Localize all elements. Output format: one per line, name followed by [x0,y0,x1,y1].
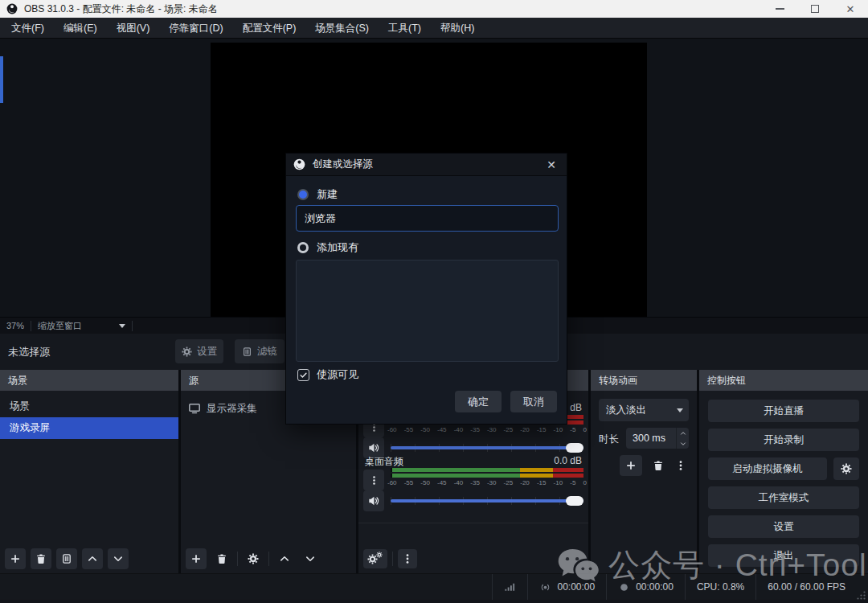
volume-slider[interactable] [391,442,583,453]
start-virtual-camera-button[interactable]: 启动虚拟摄像机 [708,457,827,480]
radio-checked-icon[interactable] [297,189,309,200]
mixer-options-button[interactable] [363,470,384,490]
maximize-button[interactable] [797,0,833,18]
source-settings-button[interactable]: 设置 [175,339,223,363]
obs-logo-icon [6,3,18,14]
menu-tools[interactable]: 工具(T) [379,18,431,39]
studio-mode-button[interactable]: 工作室模式 [708,486,859,509]
mute-button[interactable] [363,490,384,511]
record-timer: 00:00:00 [606,574,685,600]
add-scene-button[interactable] [5,548,26,569]
source-filters-button[interactable]: 滤镜 [235,339,285,363]
chevron-down-icon[interactable] [119,324,125,328]
spin-down-button[interactable] [677,438,689,449]
window-titlebar: OBS 31.0.3 - 配置文件: 未命名 - 场景: 未命名 ✕ [0,0,868,18]
menu-view[interactable]: 视图(V) [107,18,160,39]
volume-slider[interactable] [391,495,583,507]
menu-help[interactable]: 帮助(H) [431,18,484,39]
check-icon [299,371,308,379]
menu-docks[interactable]: 停靠窗口(D) [159,18,232,39]
duration-label: 时长 [599,433,619,446]
menu-file[interactable]: 文件(F) [2,18,54,39]
move-scene-down-button[interactable] [108,548,129,569]
meter-tick: -25 [504,479,514,486]
meter-tick: -55 [404,479,414,486]
add-existing-option[interactable]: 添加现有 [297,240,358,255]
advanced-audio-button[interactable] [363,549,387,568]
remove-transition-button[interactable] [649,455,668,476]
dock-edge-highlight [0,56,3,103]
plus-icon [625,460,637,471]
slider-handle[interactable] [566,496,583,506]
spin-up-button[interactable] [677,428,689,438]
meter-tick: -45 [437,479,447,486]
maximize-icon [811,5,819,13]
speaker-icon [368,442,379,453]
slider-track [391,446,583,449]
start-streaming-button[interactable]: 开始直播 [708,400,859,422]
close-button[interactable]: ✕ [833,0,868,18]
start-recording-button[interactable]: 开始录制 [708,429,859,451]
slider-handle[interactable] [566,443,583,453]
kebab-icon [675,460,686,471]
plus-icon [10,553,21,564]
cancel-button[interactable]: 取消 [510,391,557,412]
duration-value[interactable]: 300 ms [626,428,676,449]
remove-source-button[interactable] [211,548,232,569]
move-scene-up-button[interactable] [82,548,103,569]
existing-sources-list[interactable] [296,260,559,362]
source-name-input[interactable] [296,205,559,232]
menu-profile[interactable]: 配置文件(P) [233,18,306,39]
gear-small-icon [376,552,383,558]
make-source-visible-option[interactable]: 使源可见 [297,367,358,382]
chevron-up-icon [87,553,98,564]
volume-meter [391,468,583,479]
record-time: 00:00:00 [636,581,674,593]
meter-scale: -60-55-50-45-40-35-30-25-20-15-10-50 [387,479,587,486]
checkbox-checked-icon[interactable] [297,369,309,381]
source-properties-button[interactable] [243,548,264,569]
duration-spinbox[interactable]: 300 ms [626,428,689,449]
meter-tick: -35 [470,426,480,433]
menu-edit[interactable]: 编辑(E) [54,18,107,39]
controls-dock-header: 控制按钮 [699,370,868,391]
transition-select[interactable]: 淡入淡出 [599,399,689,421]
settings-button[interactable]: 设置 [708,515,859,538]
mixer-toolbar [358,548,588,570]
add-transition-button[interactable] [620,455,642,476]
speaker-icon [368,495,379,507]
exit-button[interactable]: 退出 [708,544,859,567]
create-new-option[interactable]: 新建 [297,187,338,202]
chevron-up-icon [680,430,686,437]
remove-scene-button[interactable] [31,548,51,569]
radio-unchecked-icon[interactable] [297,242,309,253]
meter-scale: -60-55-50-45-40-35-30-25-20-15-10-50 [387,426,587,433]
scene-item-selected[interactable]: 游戏录屏 [0,417,178,439]
zoom-mode-dropdown[interactable]: 缩放至窗口 [38,320,82,332]
transition-menu-button[interactable] [674,455,687,476]
trash-icon [216,553,227,564]
resize-grip[interactable] [854,589,867,602]
menu-scene-collection[interactable]: 场景集合(S) [305,18,379,39]
window-bottom-edge [0,600,868,603]
scene-filters-button[interactable] [56,548,77,569]
separator [31,321,31,331]
meter-tick: -30 [487,426,497,433]
move-source-down-button[interactable] [300,548,321,569]
meter-tick: -20 [520,426,530,433]
dialog-close-button[interactable]: ✕ [536,154,567,176]
signal-bars-icon [504,581,516,593]
add-source-button[interactable] [186,548,207,569]
mixer-menu-button[interactable] [398,549,417,568]
move-source-up-button[interactable] [274,548,295,569]
monitor-icon [188,402,201,415]
ok-button[interactable]: 确定 [455,391,502,412]
stream-timer: 00:00:00 [527,574,606,600]
chevron-down-icon [113,553,124,564]
virtual-camera-settings-button[interactable] [833,457,859,480]
stream-time: 00:00:00 [557,581,595,593]
minimize-button[interactable] [762,0,797,18]
scene-item[interactable]: 场景 [0,396,178,417]
kebab-icon [402,553,413,564]
fps-text: 60.00 / 60.00 FPS [768,581,845,593]
